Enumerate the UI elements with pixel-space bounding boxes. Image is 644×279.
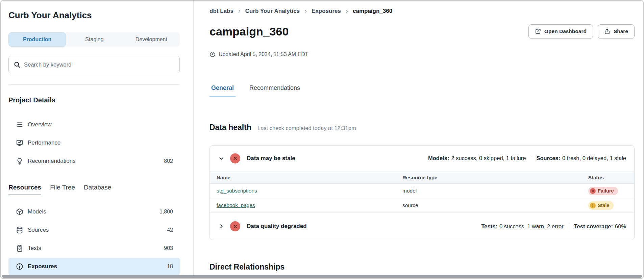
page-header: campaign_360 Open Dashboard Share (209, 24, 635, 39)
monitor-chart-icon (16, 139, 23, 147)
sidebar-item-recommendations[interactable]: Recommendations 802 (8, 152, 180, 170)
sidebar-item-performance[interactable]: Performance (8, 134, 180, 152)
data-health-title: Data health (209, 122, 251, 132)
data-health-card: Data may be stale Models: 2 success, 0 s… (209, 145, 635, 240)
sidebar-item-count: 903 (164, 245, 173, 251)
database-icon (16, 226, 23, 234)
sidebar-item-sources[interactable]: Sources 42 (8, 221, 180, 239)
test-coverage-stat: Test coverage: 60% (574, 223, 626, 230)
horizontal-scrollbar[interactable] (2, 275, 642, 278)
project-details-list: Overview Performance Recommendations 802 (8, 116, 180, 170)
sidebar-item-exposures[interactable]: Exposures 18 (8, 258, 180, 275)
column-header-resource-type: Resource type (402, 175, 588, 180)
share-label: Share (614, 28, 628, 34)
cube-icon (16, 208, 23, 215)
tab-development[interactable]: Development (123, 32, 180, 47)
share-icon (604, 28, 610, 34)
stale-section-header[interactable]: Data may be stale Models: 2 success, 0 s… (210, 146, 634, 171)
stale-section-stats: Models: 2 success, 0 skipped, 1 failure … (428, 155, 626, 162)
main-content: dbt Labs Curb Your Analytics Exposures c… (194, 1, 643, 278)
stat-divider (531, 155, 531, 162)
status-badge-stale: ! Stale (588, 201, 614, 210)
tab-general[interactable]: General (209, 84, 236, 97)
stale-section-left: Data may be stale (217, 153, 428, 163)
breadcrumb-item-project[interactable]: Curb Your Analytics (245, 7, 300, 15)
breadcrumb: dbt Labs Curb Your Analytics Exposures c… (209, 7, 635, 15)
updated-text: Updated April 5, 2024, 11:53 AM EDT (219, 51, 308, 57)
stat-divider (569, 223, 569, 230)
header-actions: Open Dashboard Share (528, 24, 635, 39)
direct-relationships-title: Direct Relationships (209, 262, 635, 272)
breadcrumb-item-current: campaign_360 (353, 7, 392, 15)
resource-type-cell: source (402, 202, 588, 208)
sidebar-item-tests[interactable]: Tests 903 (8, 239, 180, 257)
search-icon (14, 61, 21, 68)
tests-stat: Tests: 0 success, 1 warn, 2 error (481, 223, 564, 230)
resources-list: Models 1,800 Sources 42 Tests 903 (8, 203, 180, 275)
quality-section-title: Data quality degraded (247, 223, 307, 230)
stale-warning-icon: ! (590, 203, 596, 208)
resource-type-cell: model (402, 188, 588, 194)
resource-view-tabs: Resources File Tree Database (8, 183, 180, 195)
sidebar-item-count: 1,800 (159, 209, 173, 215)
sidebar-item-label: Performance (28, 140, 169, 146)
chevron-right-icon[interactable] (217, 222, 225, 230)
tab-database[interactable]: Database (84, 183, 111, 195)
sidebar-item-count: 42 (167, 227, 173, 233)
tab-file-tree[interactable]: File Tree (50, 183, 75, 195)
page-title: campaign_360 (209, 24, 289, 39)
status-badge-failure: Failure (588, 187, 618, 195)
quality-section-header[interactable]: Data quality degraded Tests: 0 success, … (210, 213, 634, 240)
data-health-last-check: Last check completed today at 12:31pm (257, 125, 356, 131)
tab-staging[interactable]: Staging (66, 32, 123, 47)
column-header-name: Name (210, 175, 402, 180)
failure-x-icon (590, 188, 596, 194)
stale-section-title: Data may be stale (247, 155, 295, 162)
updated-timestamp: Updated April 5, 2024, 11:53 AM EDT (209, 51, 635, 57)
data-health-header: Data health Last check completed today a… (209, 122, 635, 132)
quality-section-left: Data quality degraded (217, 221, 481, 231)
breadcrumb-item-exposures[interactable]: Exposures (312, 7, 341, 15)
breadcrumb-separator-icon (303, 9, 308, 14)
resource-link-facebook-pages[interactable]: facebook_pages (217, 202, 255, 208)
sidebar-item-count: 802 (164, 158, 173, 164)
sidebar-item-label: Sources (28, 227, 163, 233)
gauge-icon (16, 263, 23, 270)
clipboard-check-icon (16, 245, 23, 252)
tab-recommendations[interactable]: Recommendations (248, 84, 302, 97)
quality-section-stats: Tests: 0 success, 1 warn, 2 error Test c… (481, 223, 626, 230)
table-row: stg_subscriptions model Failure (210, 184, 634, 198)
share-button[interactable]: Share (598, 24, 635, 39)
page-tabs: General Recommendations (209, 84, 635, 97)
list-icon (16, 121, 23, 128)
health-table-header: Name Resource type Status (210, 171, 634, 184)
sidebar-item-models[interactable]: Models 1,800 (8, 203, 180, 221)
project-title: Curb Your Analytics (8, 9, 180, 21)
sidebar: Curb Your Analytics Production Staging D… (1, 1, 194, 278)
column-header-status: Status (588, 175, 634, 180)
external-link-icon (535, 28, 541, 34)
clock-icon (209, 51, 216, 57)
models-stat: Models: 2 success, 0 skipped, 1 failure (428, 155, 526, 161)
sidebar-item-label: Models (28, 208, 155, 215)
sidebar-divider (8, 84, 180, 85)
tab-resources[interactable]: Resources (8, 183, 41, 195)
sidebar-item-label: Tests (28, 245, 159, 252)
search-box[interactable] (8, 56, 180, 73)
chevron-down-icon[interactable] (217, 154, 225, 162)
breadcrumb-separator-icon (237, 9, 242, 14)
search-input[interactable] (24, 61, 175, 68)
sidebar-item-overview[interactable]: Overview (8, 116, 180, 133)
sidebar-item-count: 18 (167, 263, 173, 270)
resource-link-stg-subscriptions[interactable]: stg_subscriptions (217, 188, 257, 194)
breadcrumb-item-dbt-labs[interactable]: dbt Labs (209, 7, 233, 15)
sources-stat: Sources: 0 fresh, 0 delayed, 1 stale (536, 155, 626, 161)
project-details-heading: Project Details (8, 96, 180, 104)
error-status-icon (230, 153, 240, 163)
breadcrumb-separator-icon (345, 9, 349, 14)
sidebar-item-label: Recommendations (28, 158, 159, 164)
sidebar-item-label: Overview (28, 121, 169, 128)
tab-production[interactable]: Production (8, 32, 66, 47)
sidebar-item-label: Exposures (28, 263, 163, 270)
open-dashboard-button[interactable]: Open Dashboard (528, 24, 593, 39)
